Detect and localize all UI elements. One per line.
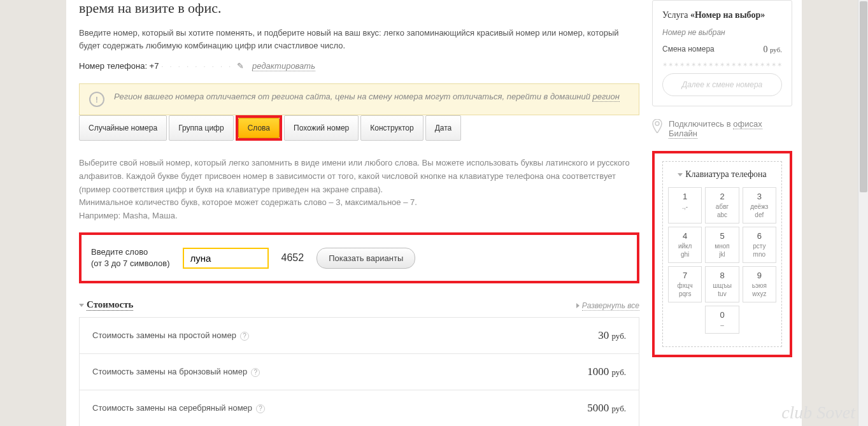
tab-digit-group[interactable]: Группа цифр	[169, 115, 234, 141]
phone-label: Номер телефона: +7	[79, 61, 159, 71]
separator-dots: ✶✶✶✶✶✶✶✶✶✶✶✶✶✶✶✶✶✶✶✶✶✶✶✶✶✶✶	[662, 61, 782, 68]
tab-words-highlight: Слова	[236, 115, 282, 141]
change-price-row: Смена номера 0 руб.	[662, 45, 782, 55]
keypad-key-8: 8шщъыtuv	[705, 266, 739, 302]
keypad-box: Клавиатура телефона 1.,- 2абвгabc 3деёжз…	[652, 151, 792, 357]
cost-table: Стоимость замены на простой номер? 30 ру…	[79, 317, 639, 426]
tab-random[interactable]: Случайные номера	[79, 115, 167, 141]
keypad-key-7: 7фхцчpqrs	[668, 266, 702, 302]
expand-all-link[interactable]: Развернуть все	[582, 301, 639, 311]
tabs-row: Случайные номера Группа цифр Слова Похож…	[79, 115, 639, 141]
cost-row-simple: Стоимость замены на простой номер? 30 ру…	[80, 318, 639, 354]
beeline-link[interactable]: Билайн	[669, 129, 697, 139]
show-variants-button[interactable]: Показать варианты	[317, 248, 415, 269]
help-icon[interactable]: ?	[251, 368, 260, 377]
cost-row-silver: Стоимость замены на серебряный номер? 50…	[80, 390, 639, 426]
keypad-grid: 1.,- 2абвгabc 3деёжзdef 4ийклghi 5мнопjk…	[668, 187, 776, 334]
service-title: Услуга «Номер на выбор»	[662, 10, 782, 20]
scrollbar-thumb[interactable]	[860, 1, 867, 192]
word-input[interactable]	[183, 248, 269, 269]
helper-text: Выберите свой новый номер, который легко…	[79, 157, 639, 223]
keypad-key-4: 4ийклghi	[668, 227, 702, 263]
keypad-key-3: 3деёжзdef	[743, 187, 776, 224]
offices-link[interactable]: офисах	[733, 119, 762, 129]
region-warning: ! Регион вашего номера отличается от рег…	[79, 83, 639, 115]
chevron-right-icon	[576, 303, 580, 308]
tab-date[interactable]: Дата	[425, 115, 462, 141]
no-number-text: Номер не выбран	[662, 28, 782, 37]
warning-text: Регион вашего номера отличается от регио…	[114, 92, 592, 101]
continue-button[interactable]: Далее к смене номера	[662, 73, 782, 96]
service-box: Услуга «Номер на выбор» Номер не выбран …	[652, 0, 792, 106]
scrollbar[interactable]	[858, 0, 868, 426]
help-icon[interactable]: ?	[256, 404, 265, 413]
phone-number-row: Номер телефона: +7 · · · · · · · · · ✎ре…	[79, 61, 639, 71]
word-input-section: Введите слово (от 3 до 7 символов) 4652 …	[79, 232, 639, 283]
keypad-title: Клавиатура телефона	[668, 169, 776, 180]
edit-phone-link[interactable]: редактировать	[252, 61, 315, 71]
cost-row-bronze: Стоимость замены на бронзовый номер? 100…	[80, 354, 639, 390]
word-number-output: 4652	[281, 252, 304, 264]
pin-icon	[652, 119, 662, 133]
tab-similar[interactable]: Похожий номер	[284, 115, 359, 141]
warning-icon: !	[89, 92, 104, 107]
phone-masked: · · · · · · · · ·	[161, 61, 237, 71]
keypad-key-1: 1.,-	[668, 187, 702, 224]
intro-text: Введите номер, который вы хотите поменят…	[79, 27, 639, 52]
office-row: Подключитесь в офисах Билайн	[652, 119, 792, 138]
tab-constructor[interactable]: Конструктор	[360, 115, 423, 141]
help-icon[interactable]: ?	[240, 332, 249, 341]
keypad-key-6: 6рстуmno	[743, 227, 776, 263]
chevron-down-icon	[678, 173, 683, 176]
keypad-key-0: 0–	[705, 306, 739, 334]
region-link[interactable]: регион	[592, 92, 620, 102]
cost-section: Стоимость Развернуть все Стоимость замен…	[79, 299, 639, 426]
chevron-down-icon	[79, 304, 84, 307]
pencil-icon: ✎	[237, 61, 244, 71]
keypad-key-9: 9ьэюяwxyz	[743, 266, 776, 302]
keypad-key-5: 5мнопjkl	[705, 227, 739, 263]
keypad-key-2: 2абвгabc	[705, 187, 739, 224]
tab-words[interactable]: Слова	[238, 118, 280, 138]
cost-title[interactable]: Стоимость	[87, 299, 133, 311]
page-title-fragment: время на визите в офис.	[79, 0, 639, 17]
word-input-label: Введите слово (от 3 до 7 символов)	[91, 246, 170, 269]
